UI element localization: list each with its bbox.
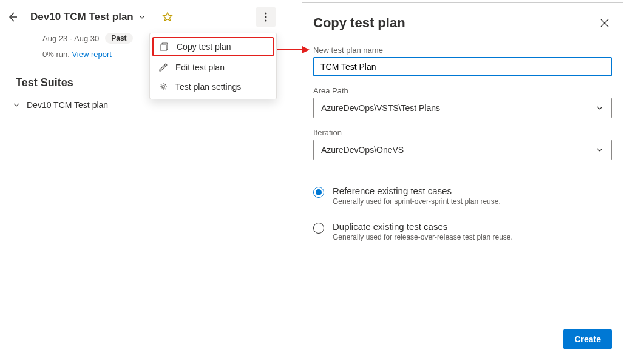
chevron-down-icon[interactable]	[12, 101, 21, 109]
panel-title: Copy test plan	[313, 15, 405, 31]
svg-point-3	[265, 20, 267, 22]
favorite-star-icon[interactable]	[161, 11, 174, 23]
area-path-label: Area Path	[313, 86, 612, 95]
menu-label: Edit test plan	[175, 62, 225, 72]
radio-help: Generally used for release-over-release …	[333, 233, 513, 241]
chevron-down-icon	[138, 13, 146, 21]
chevron-down-icon	[595, 104, 604, 112]
test-plan-title-dropdown[interactable]: Dev10 TCM Test plan	[25, 8, 151, 25]
header-row: Dev10 TCM Test plan	[0, 5, 300, 27]
radio-label: Reference existing test cases	[333, 186, 501, 196]
copy-test-plan-panel: Copy test plan New test plan name Area P…	[302, 2, 623, 360]
gear-icon	[158, 82, 168, 92]
test-plan-title: Dev10 TCM Test plan	[30, 11, 134, 23]
radio-icon	[313, 223, 324, 234]
radio-reference-existing[interactable]: Reference existing test cases Generally …	[313, 186, 612, 206]
date-range: Aug 23 - Aug 30	[42, 34, 99, 43]
area-path-value: AzureDevOps\VSTS\Test Plans	[321, 103, 440, 113]
status-badge: Past	[105, 33, 132, 44]
iteration-dropdown[interactable]: AzureDevOps\OneVS	[313, 140, 612, 160]
menu-item-edit-test-plan[interactable]: Edit test plan	[150, 58, 276, 77]
back-arrow-icon[interactable]	[6, 10, 19, 24]
svg-point-6	[162, 86, 164, 88]
tree-item[interactable]: Dev10 TCM Test plan	[0, 98, 300, 112]
test-plan-name-input[interactable]	[313, 57, 612, 76]
menu-item-copy-test-plan[interactable]: Copy test plan	[152, 37, 274, 56]
svg-rect-5	[161, 44, 166, 51]
radio-help: Generally used for sprint-over-sprint te…	[333, 197, 501, 206]
menu-label: Test plan settings	[175, 82, 241, 92]
svg-marker-8	[302, 46, 310, 53]
more-options-button[interactable]	[256, 7, 276, 27]
menu-label: Copy test plan	[177, 42, 231, 52]
create-button[interactable]: Create	[563, 329, 612, 349]
view-report-link[interactable]: View report	[72, 50, 112, 59]
radio-icon	[313, 187, 324, 198]
run-pct: 0% run.	[42, 50, 70, 59]
radio-label: Duplicate existing test cases	[333, 221, 513, 232]
copy-icon	[160, 42, 169, 52]
svg-point-2	[265, 16, 267, 18]
tree-item-label: Dev10 TCM Test plan	[27, 100, 108, 110]
close-button[interactable]	[597, 16, 612, 30]
area-path-dropdown[interactable]: AzureDevOps\VSTS\Test Plans	[313, 98, 612, 118]
panel-header: Copy test plan	[313, 15, 612, 31]
panel-footer: Create	[313, 329, 612, 349]
svg-point-1	[265, 13, 267, 15]
iteration-value: AzureDevOps\OneVS	[321, 145, 404, 155]
radio-duplicate-existing[interactable]: Duplicate existing test cases Generally …	[313, 221, 612, 241]
edit-icon	[158, 62, 168, 72]
name-label: New test plan name	[313, 46, 612, 55]
menu-item-test-plan-settings[interactable]: Test plan settings	[150, 77, 276, 96]
chevron-down-icon	[595, 146, 604, 154]
radio-group: Reference existing test cases Generally …	[313, 186, 612, 257]
iteration-label: Iteration	[313, 128, 612, 137]
context-menu: Copy test plan Edit test plan Test plan …	[149, 33, 277, 99]
